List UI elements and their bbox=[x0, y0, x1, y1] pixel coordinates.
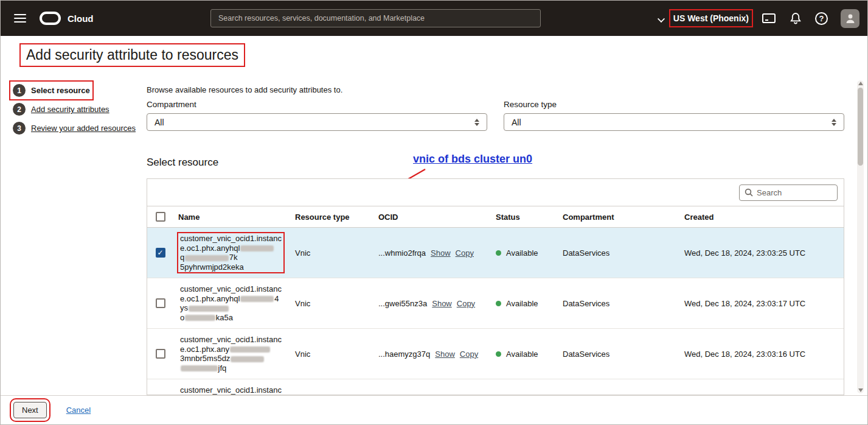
compartment-label: Compartment bbox=[147, 100, 487, 109]
step-select-resource[interactable]: 1 Select resource bbox=[13, 84, 90, 97]
profile-icon[interactable] bbox=[841, 9, 859, 28]
help-icon[interactable]: ? bbox=[815, 12, 828, 25]
table-toolbar bbox=[147, 179, 844, 206]
region-selector[interactable]: US West (Phoenix) bbox=[658, 13, 749, 23]
global-search-input[interactable] bbox=[218, 14, 533, 23]
step-label: Add security attributes bbox=[31, 105, 109, 114]
menu-icon[interactable] bbox=[14, 14, 26, 23]
table-row[interactable]: customer_vnic_ocid1.instance.oc1.phx.any… bbox=[147, 278, 844, 329]
search-icon bbox=[745, 188, 753, 197]
redacted-text bbox=[240, 245, 274, 251]
top-navigation-bar: Cloud US West (Phoenix) ? bbox=[1, 1, 867, 36]
row-checkbox[interactable] bbox=[156, 248, 165, 258]
compartment-value: DataServices bbox=[558, 278, 679, 328]
ocid-value: ...gwei55nz3a bbox=[378, 299, 427, 308]
cancel-link[interactable]: Cancel bbox=[66, 406, 91, 415]
scroll-up-arrow-icon[interactable] bbox=[858, 82, 863, 85]
select-carets-icon bbox=[474, 119, 479, 126]
compartment-value: DataServices bbox=[558, 228, 679, 278]
oracle-logo-icon bbox=[40, 12, 61, 25]
select-carets-icon bbox=[832, 119, 836, 126]
copy-link[interactable]: Copy bbox=[456, 248, 474, 258]
console-icon[interactable] bbox=[762, 12, 776, 24]
table-search-input[interactable] bbox=[757, 188, 832, 197]
compartment-value bbox=[558, 379, 679, 395]
resource-name: customer_vnic_ocid1.instance.oc1.phx.any… bbox=[178, 233, 283, 272]
step-add-security-attributes[interactable]: 2 Add security attributes bbox=[13, 103, 109, 116]
page-title: Add security attribute to resources bbox=[21, 44, 244, 66]
redacted-text bbox=[185, 255, 229, 261]
compartment-selected-value: All bbox=[155, 118, 164, 127]
chevron-down-icon[interactable] bbox=[658, 16, 665, 21]
annotation-label: vnic of bds cluster un0 bbox=[413, 153, 532, 166]
step-label: Select resource bbox=[31, 86, 90, 95]
page-scrollbar[interactable] bbox=[857, 80, 864, 393]
table-row[interactable]: customer_vnic_ocid1.instance.oc1.phx.any… bbox=[147, 329, 844, 379]
brand-label: Cloud bbox=[68, 13, 94, 24]
column-header-name: Name bbox=[173, 212, 290, 222]
topbar-right-cluster: US West (Phoenix) ? bbox=[658, 1, 859, 36]
created-value: Wed, Dec 18, 2024, 23:03:17 UTC bbox=[679, 278, 844, 328]
status-label: Available bbox=[506, 349, 538, 359]
status-dot-icon bbox=[496, 250, 501, 256]
section-title: Select resource bbox=[147, 156, 218, 169]
oci-console-screen: Cloud US West (Phoenix) ? Add security a… bbox=[0, 0, 868, 425]
table-row[interactable]: customer_vnic_ocid1.instance.oc1.phx.any… bbox=[147, 228, 844, 278]
resource-type-selected-value: All bbox=[512, 118, 521, 127]
status-dot-icon bbox=[496, 351, 501, 357]
select-all-checkbox[interactable] bbox=[156, 212, 165, 222]
show-link[interactable]: Show bbox=[435, 349, 455, 359]
redacted-text bbox=[240, 296, 274, 302]
compartment-select[interactable]: All bbox=[147, 113, 487, 131]
redacted-text bbox=[185, 315, 215, 321]
brand[interactable]: Cloud bbox=[40, 1, 94, 36]
step-number: 3 bbox=[13, 122, 26, 135]
resource-name: customer_vnic_ocid1.instanc bbox=[178, 385, 283, 395]
copy-link[interactable]: Copy bbox=[460, 349, 478, 359]
resource-name: customer_vnic_ocid1.instance.oc1.phx.any… bbox=[178, 334, 283, 373]
status-label: Available bbox=[506, 299, 538, 308]
scroll-down-arrow-icon[interactable] bbox=[858, 388, 863, 392]
wizard-stepper: 1 Select resource 2 Add security attribu… bbox=[13, 84, 147, 141]
resource-type-value: Vnic bbox=[290, 329, 373, 379]
intro-text: Browse available resources to add securi… bbox=[147, 85, 342, 94]
redacted-text bbox=[230, 346, 270, 353]
table-row[interactable]: customer_vnic_ocid1.instanc bbox=[147, 379, 844, 395]
redacted-text bbox=[231, 356, 264, 362]
column-header-status: Status bbox=[491, 212, 558, 222]
row-checkbox[interactable] bbox=[156, 298, 165, 308]
compartment-filter: Compartment All bbox=[147, 100, 487, 131]
global-search[interactable] bbox=[210, 9, 541, 27]
column-header-ocid: OCID bbox=[373, 212, 491, 222]
resource-type-value: Vnic bbox=[290, 228, 373, 278]
ocid-value: ...whmio2frqa bbox=[378, 248, 426, 258]
step-label: Review your added resources bbox=[31, 124, 136, 133]
row-checkbox[interactable] bbox=[156, 349, 165, 359]
column-header-created: Created bbox=[679, 212, 844, 222]
table-body: customer_vnic_ocid1.instance.oc1.phx.any… bbox=[147, 228, 844, 395]
table-header-row: Name Resource type OCID Status Compartme… bbox=[147, 206, 844, 228]
region-label[interactable]: US West (Phoenix) bbox=[673, 13, 749, 23]
status-dot-icon bbox=[496, 301, 501, 306]
table-search[interactable] bbox=[739, 184, 838, 201]
notifications-icon[interactable] bbox=[789, 12, 802, 25]
copy-link[interactable]: Copy bbox=[457, 299, 475, 308]
resource-type-filter: Resource type All bbox=[504, 100, 844, 131]
resource-type-select[interactable]: All bbox=[504, 113, 844, 131]
next-button[interactable]: Next bbox=[13, 402, 47, 418]
show-link[interactable]: Show bbox=[431, 248, 451, 258]
step-number: 1 bbox=[13, 84, 26, 97]
step-review-added-resources[interactable]: 3 Review your added resources bbox=[13, 122, 136, 135]
step-number: 2 bbox=[13, 103, 26, 116]
column-header-compartment: Compartment bbox=[558, 212, 679, 222]
resource-type-label: Resource type bbox=[504, 100, 844, 109]
resource-name: customer_vnic_ocid1.instance.oc1.phx.any… bbox=[178, 284, 283, 323]
show-link[interactable]: Show bbox=[432, 299, 452, 308]
scrollbar-thumb[interactable] bbox=[858, 88, 863, 166]
redacted-text bbox=[189, 306, 229, 312]
created-value bbox=[679, 379, 844, 395]
ocid-value: ...haemyzg37q bbox=[378, 349, 430, 359]
resource-table: Name Resource type OCID Status Compartme… bbox=[147, 178, 844, 395]
resource-type-value bbox=[290, 379, 373, 395]
created-value: Wed, Dec 18, 2024, 23:03:16 UTC bbox=[679, 329, 844, 379]
